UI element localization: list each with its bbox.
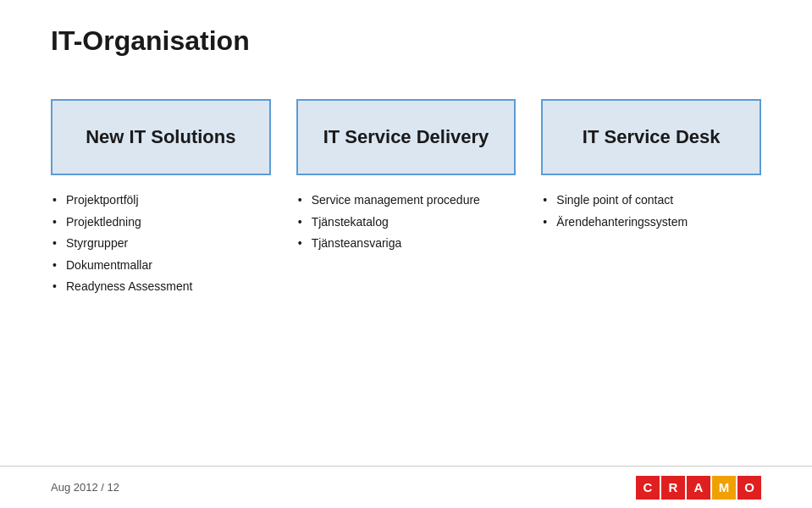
columns-wrapper: New IT Solutions Projektportfölj Projekt…	[51, 99, 761, 301]
bullet-list-new-it-solutions: Projektportfölj Projektledning Styrgrupp…	[51, 192, 192, 301]
list-item: Styrgrupper	[51, 235, 192, 252]
column-it-service-desk: IT Service Desk Single point of contact …	[541, 99, 761, 235]
box-header-new-it-solutions: New IT Solutions	[51, 99, 271, 175]
list-item: Ärendehanteringssystem	[541, 214, 688, 231]
list-item: Tjänsteansvariga	[296, 235, 480, 252]
logo-letter-m: M	[712, 476, 736, 500]
logo-letter-r: R	[661, 476, 685, 500]
list-item: Dokumentmallar	[51, 257, 192, 274]
box-header-it-service-desk: IT Service Desk	[541, 99, 761, 175]
list-item: Projektledning	[51, 214, 192, 231]
footer: Aug 2012 / 12 C R A M O	[0, 466, 812, 508]
list-item: Projektportfölj	[51, 192, 192, 209]
cramo-logo: C R A M O	[636, 476, 761, 500]
list-item: Readyness Assessment	[51, 279, 192, 295]
column-new-it-solutions: New IT Solutions Projektportfölj Projekt…	[51, 99, 271, 301]
page-title: IT-Organisation	[51, 25, 761, 57]
box-header-it-service-delivery: IT Service Delivery	[296, 99, 516, 175]
column-it-service-delivery: IT Service Delivery Service management p…	[296, 99, 516, 257]
logo-letter-o: O	[737, 476, 761, 500]
bullet-list-it-service-delivery: Service management procedure Tjänstekata…	[296, 192, 480, 257]
logo-letter-c: C	[636, 476, 660, 500]
list-item: Single point of contact	[541, 192, 688, 209]
footer-date: Aug 2012 / 12	[51, 481, 119, 494]
list-item: Service management procedure	[296, 192, 480, 209]
bullet-list-it-service-desk: Single point of contact Ärendehanterings…	[541, 192, 688, 235]
main-content: IT-Organisation New IT Solutions Projekt…	[0, 0, 812, 318]
list-item: Tjänstekatalog	[296, 214, 480, 231]
logo-letter-a: A	[687, 476, 710, 500]
